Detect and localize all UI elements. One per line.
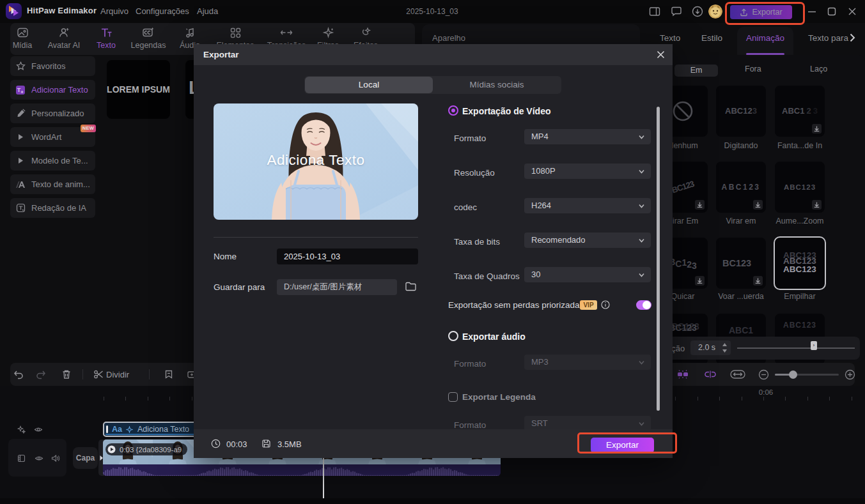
chevron-down-icon [638, 420, 645, 427]
tab-midias-sociais[interactable]: Mídias sociais [433, 77, 561, 93]
tab-local[interactable]: Local [305, 77, 433, 93]
sidebar-item-favoritos[interactable]: Favoritos [10, 56, 95, 76]
duration-slider-thumb[interactable]: › [811, 341, 817, 350]
tab-texto-para[interactable]: Texto para [808, 33, 848, 43]
download-card-icon[interactable] [812, 200, 822, 210]
download-card-icon[interactable] [753, 200, 763, 210]
animated-text-icon [15, 179, 26, 190]
tab-animacao[interactable]: Animação [746, 33, 784, 43]
subtitle-format-label: Formato [454, 420, 486, 430]
fit-timeline-icon[interactable] [730, 369, 745, 379]
video-track-visibility-icon[interactable] [35, 454, 43, 462]
sidebar-item-label: Modelo de Te... [31, 156, 88, 165]
info-icon[interactable] [601, 300, 610, 309]
cover-button[interactable]: Capa [73, 447, 98, 469]
annotation-box-export-dialog [577, 432, 677, 454]
user-avatar[interactable] [708, 4, 722, 19]
zoom-in-icon[interactable] [845, 369, 855, 379]
download-card-icon[interactable] [812, 124, 822, 134]
folder-icon[interactable] [405, 281, 417, 293]
sidebar-item-wordart[interactable]: WordArt NEW [10, 127, 95, 147]
subtab-laco[interactable]: Laço [810, 65, 827, 73]
name-input[interactable]: 2025-10-13_03 [277, 248, 418, 264]
split-label[interactable]: Dividir [106, 370, 129, 379]
resolution-select[interactable]: 1080P [524, 164, 651, 179]
audio-format-select[interactable]: MP3 [524, 355, 651, 370]
path-input[interactable]: D:/user/桌面/图片素材 [277, 279, 397, 295]
download-card-icon[interactable] [695, 276, 705, 286]
split-icon[interactable] [93, 369, 104, 379]
zoom-out-icon[interactable] [758, 369, 768, 379]
clip-left-handle[interactable] [106, 425, 108, 433]
stepper-up-icon[interactable] [722, 342, 728, 347]
text-track-visibility-icon[interactable] [34, 425, 42, 434]
media-card-lorem-1[interactable]: LOREM IPSUM [107, 60, 170, 119]
feedback-icon[interactable] [670, 5, 683, 18]
maximize-icon[interactable] [827, 6, 837, 17]
stepper-down-icon[interactable] [722, 348, 728, 353]
audio-waveform [103, 464, 501, 476]
sidebar-item-redacao-de-ia[interactable]: Redação de IA [10, 198, 95, 218]
undo-icon[interactable] [13, 369, 23, 379]
delete-icon[interactable] [61, 369, 72, 379]
timeline-zoom-knob[interactable] [789, 370, 797, 379]
video-export-radio[interactable] [448, 105, 458, 116]
tab-estilo[interactable]: Estilo [701, 33, 722, 43]
audio-export-label: Exportar áudio [462, 332, 526, 342]
anim-card-digitando[interactable]: ABC123 [716, 86, 766, 137]
dialog-title: Exportar [203, 50, 239, 59]
download-icon[interactable] [691, 5, 704, 18]
subtab-fora[interactable]: Fora [745, 65, 761, 73]
anim-card-voar-esquerda[interactable]: BC123 [716, 238, 766, 289]
sidebar-item-label: Favoritos [31, 61, 65, 71]
subtab-em[interactable]: Em [674, 65, 718, 77]
audio-export-radio[interactable] [448, 331, 458, 341]
layout-panels-icon[interactable] [648, 5, 661, 18]
close-icon[interactable] [847, 6, 857, 17]
duration-slider[interactable] [737, 347, 855, 349]
link-clips-icon[interactable] [704, 369, 714, 379]
framerate-select[interactable]: 30 [524, 267, 651, 282]
sidebar-item-personalizado[interactable]: Personalizado [10, 103, 95, 123]
save-size-icon [261, 439, 271, 448]
bitrate-select[interactable]: Recomendado [524, 233, 651, 248]
redo-icon[interactable] [36, 369, 46, 379]
ruler-tick [785, 397, 786, 401]
subtitle-export-checkbox[interactable] [448, 392, 458, 402]
codec-select[interactable]: H264 [524, 198, 651, 213]
lossless-label: Exportação sem perdas priorizada [448, 300, 580, 310]
tool-avatar-ai[interactable]: Avatar AI [40, 26, 88, 50]
format-select[interactable]: MP4 [524, 129, 651, 144]
menu-configuracoes[interactable]: Configurações [136, 6, 189, 16]
dialog-scrollbar[interactable] [657, 107, 660, 411]
sidebar-item-adicionar-texto[interactable]: T Adicionar Texto [10, 80, 95, 100]
sidebar-item-texto-de-animacao[interactable]: Texto de anim... [10, 174, 95, 194]
download-card-icon[interactable] [753, 276, 763, 286]
magnetic-timeline-icon[interactable] [676, 369, 687, 379]
minimize-icon[interactable] [807, 6, 817, 17]
audio-icon [166, 26, 214, 39]
anim-card-aumentar-zoom[interactable]: ABC123 [775, 162, 825, 213]
marker-icon[interactable] [164, 369, 174, 379]
film-track-icon[interactable] [17, 454, 26, 462]
menu-arquivo[interactable]: Arquivo [100, 6, 129, 16]
mute-track-icon[interactable] [51, 454, 59, 462]
anim-label: Empilhar [765, 292, 835, 301]
annotation-box-export-top [725, 2, 805, 25]
download-card-icon[interactable] [695, 200, 705, 210]
dialog-close-icon[interactable] [656, 50, 666, 60]
sidebar-item-label: Adicionar Texto [31, 85, 88, 95]
anim-card-fantasia[interactable]: ABC123 [775, 86, 825, 137]
anim-card-empilhar[interactable]: ABC123 ABC123 ABC123 [774, 236, 826, 290]
ruler-tick [104, 397, 104, 401]
duration-value-box[interactable]: 2.0 s [690, 340, 731, 355]
anim-card-virar-em-2[interactable]: ABC123 [716, 162, 766, 213]
tab-texto[interactable]: Texto [660, 33, 680, 43]
chevron-right-icon[interactable] [847, 33, 857, 43]
tool-texto[interactable]: Texto [82, 26, 130, 50]
sidebar-item-modelo-de-texto[interactable]: Modelo de Te... [10, 151, 95, 171]
lossless-toggle[interactable] [636, 300, 651, 310]
menu-ajuda[interactable]: Ajuda [197, 6, 218, 16]
text-add-icon: T [15, 85, 26, 95]
text-track-effect-icon[interactable] [17, 425, 26, 434]
